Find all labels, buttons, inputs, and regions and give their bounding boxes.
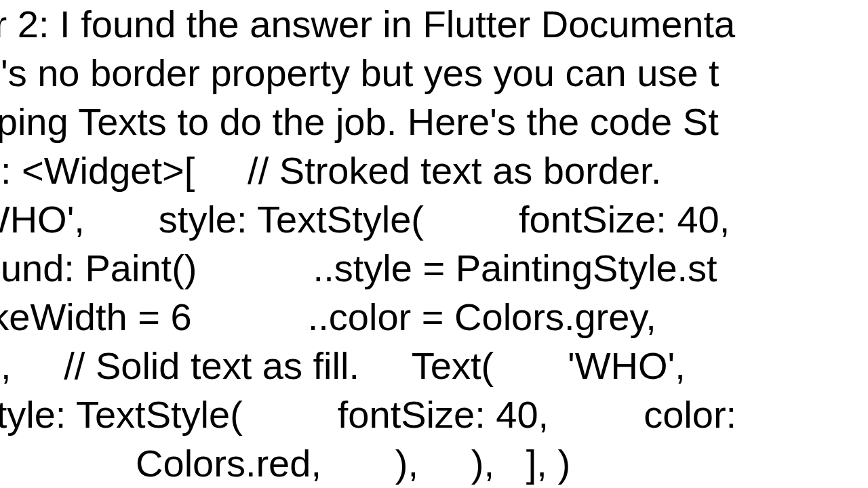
- answer-text-block: wer 2: I found the answer in Flutter Doc…: [0, 0, 868, 488]
